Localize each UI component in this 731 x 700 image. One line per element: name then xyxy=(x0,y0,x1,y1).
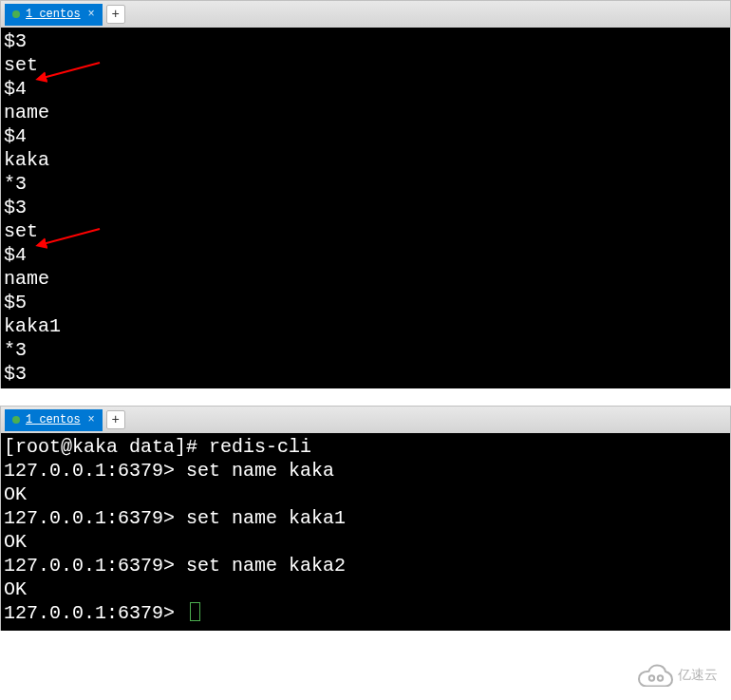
add-tab-button[interactable]: + xyxy=(106,5,125,24)
cursor-icon xyxy=(190,602,200,621)
terminal-line: $4 xyxy=(4,77,727,101)
terminal-line: $3 xyxy=(4,362,727,386)
terminal-line: kaka xyxy=(4,148,727,172)
tab-bar: 1 centos × + xyxy=(0,0,731,28)
terminal-line: set xyxy=(4,53,727,77)
terminal-line: $3 xyxy=(4,29,727,53)
terminal-output[interactable]: $3set$4name$4kaka*3$3set$4name$5kaka1*3$… xyxy=(0,28,731,388)
terminal-line: OK xyxy=(4,577,727,601)
terminal-line: $5 xyxy=(4,291,727,314)
status-dot-icon xyxy=(12,10,20,18)
watermark-text: 亿速云 xyxy=(678,667,718,684)
tab-label: 1 centos xyxy=(26,8,81,21)
terminal-line: *3 xyxy=(4,172,727,196)
terminal-line: [root@kaka data]# redis-cli xyxy=(4,435,727,459)
terminal-line: $4 xyxy=(4,124,727,148)
terminal-line: $3 xyxy=(4,196,727,219)
status-dot-icon xyxy=(12,416,20,424)
terminal-pane-top: 1 centos × + $3set$4name$4kaka*3$3set$4n… xyxy=(0,0,731,388)
terminal-pane-bottom: 1 centos × + [root@kaka data]# redis-cli… xyxy=(0,406,731,631)
tab-bar: 1 centos × + xyxy=(0,406,731,433)
tab-centos[interactable]: 1 centos × xyxy=(5,409,103,431)
terminal-line: name xyxy=(4,267,727,291)
terminal-line: $4 xyxy=(4,243,727,267)
watermark: 亿速云 xyxy=(638,664,718,687)
terminal-output[interactable]: [root@kaka data]# redis-cli127.0.0.1:637… xyxy=(0,433,731,631)
terminal-line: 127.0.0.1:6379> set name kaka xyxy=(4,459,727,482)
svg-point-2 xyxy=(649,675,654,680)
terminal-line: kaka1 xyxy=(4,314,727,338)
terminal-line: *3 xyxy=(4,338,727,362)
terminal-line: name xyxy=(4,101,727,124)
terminal-line: OK xyxy=(4,482,727,506)
close-tab-icon[interactable]: × xyxy=(88,413,95,426)
terminal-line: 127.0.0.1:6379> set name kaka2 xyxy=(4,554,727,577)
tab-label: 1 centos xyxy=(26,413,81,426)
terminal-line: 127.0.0.1:6379> xyxy=(4,601,727,625)
cloud-logo-icon xyxy=(638,664,674,687)
add-tab-button[interactable]: + xyxy=(106,410,125,429)
terminal-line: set xyxy=(4,219,727,243)
terminal-line: 127.0.0.1:6379> set name kaka1 xyxy=(4,506,727,530)
tab-centos[interactable]: 1 centos × xyxy=(5,4,103,26)
close-tab-icon[interactable]: × xyxy=(88,8,95,21)
svg-point-3 xyxy=(658,675,663,680)
terminal-line: OK xyxy=(4,530,727,554)
